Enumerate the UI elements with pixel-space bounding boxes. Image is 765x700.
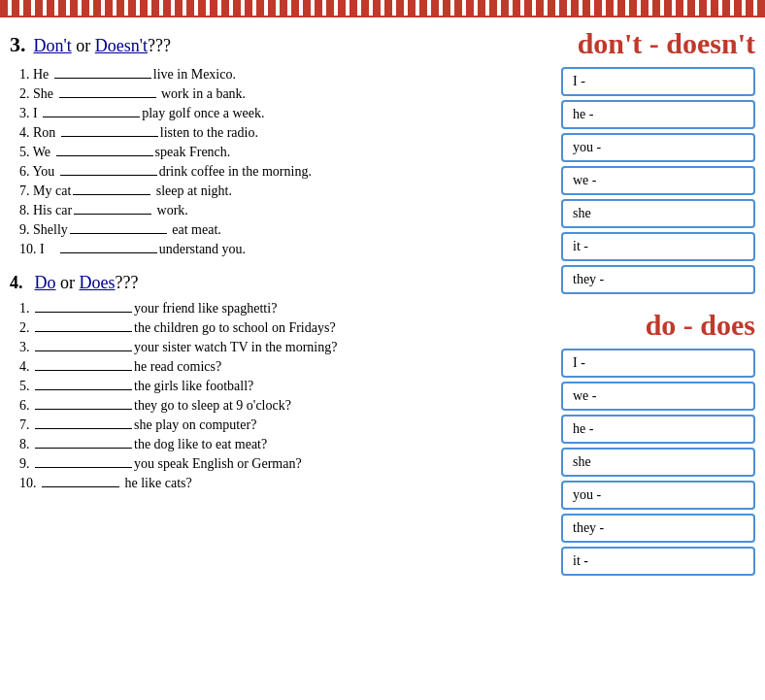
list-item: 3. your sister watch TV in the morning? bbox=[19, 340, 551, 355]
list-item: 2. the children go to school on Fridays? bbox=[19, 320, 551, 336]
section3-number: 3. bbox=[10, 32, 26, 57]
pronoun-box-do-it: it - bbox=[561, 547, 755, 576]
pronoun-box-it: it - bbox=[561, 232, 755, 261]
list-item: 7. My cat sleep at night. bbox=[19, 183, 551, 199]
blank bbox=[42, 486, 119, 487]
right-section: don't - doesn't I - he - you - we - she … bbox=[561, 27, 755, 590]
list-item: 7. she play on computer? bbox=[19, 417, 551, 433]
list-item: 6. You drink coffee in the morning. bbox=[19, 164, 551, 180]
blank bbox=[35, 370, 132, 371]
section4-number: 4. bbox=[10, 273, 23, 293]
blank bbox=[35, 409, 132, 410]
section4-suffix: ??? bbox=[116, 273, 139, 292]
section3-word2: Doesn't bbox=[95, 36, 148, 55]
blank bbox=[35, 467, 132, 468]
list-item: 4. he read comics? bbox=[19, 359, 551, 375]
list-item: 1. He live in Mexico. bbox=[19, 67, 551, 83]
blank bbox=[74, 214, 151, 215]
pronoun-box-we: we - bbox=[561, 166, 755, 195]
pronoun-box-do-I: I - bbox=[561, 349, 755, 378]
section3-list: 1. He live in Mexico. 2. She work in a b… bbox=[19, 67, 551, 257]
blank bbox=[59, 97, 156, 98]
blank bbox=[35, 350, 132, 351]
blank bbox=[60, 252, 157, 253]
pronoun-box-do-we: we - bbox=[561, 382, 755, 411]
section3-header: 3. Don't or Doesn't??? bbox=[10, 32, 551, 57]
pronoun-box-I: I - bbox=[561, 67, 755, 96]
pronoun-box-do-he: he - bbox=[561, 415, 755, 444]
section4-list: 1. your friend like spaghetti? 2. the ch… bbox=[19, 301, 551, 491]
blank bbox=[35, 312, 132, 313]
pronoun-box-they: they - bbox=[561, 265, 755, 294]
blank bbox=[61, 136, 158, 137]
list-item: 10. he like cats? bbox=[19, 476, 551, 491]
dont-doesnt-title: don't - doesn't bbox=[561, 27, 755, 59]
pronoun-box-he: he - bbox=[561, 100, 755, 129]
section4-or: or bbox=[60, 273, 80, 292]
pronoun-box-you: you - bbox=[561, 133, 755, 162]
pronoun-box-do-they: they - bbox=[561, 514, 755, 543]
section4-word1: Do bbox=[35, 273, 56, 292]
blank bbox=[54, 78, 151, 79]
left-section: 3. Don't or Doesn't??? 1. He live in Mex… bbox=[10, 27, 561, 590]
blank bbox=[73, 194, 150, 195]
blank bbox=[60, 175, 157, 176]
section3-title: Don't or Doesn't??? bbox=[34, 36, 171, 56]
list-item: 6. they go to sleep at 9 o'clock? bbox=[19, 398, 551, 414]
blank bbox=[35, 428, 132, 429]
do-does-boxes: I - we - he - she you - they - it - bbox=[561, 349, 755, 576]
dont-doesnt-boxes: I - he - you - we - she it - they - bbox=[561, 67, 755, 294]
list-item: 2. She work in a bank. bbox=[19, 86, 551, 102]
pronoun-box-do-you: you - bbox=[561, 481, 755, 510]
blank bbox=[35, 448, 132, 449]
pronoun-box-do-she: she bbox=[561, 448, 755, 477]
do-does-title: do - does bbox=[561, 309, 755, 341]
blank bbox=[35, 331, 132, 332]
section4-container: 4. Do or Does??? 1. your friend like spa… bbox=[10, 273, 551, 491]
blank bbox=[56, 155, 153, 156]
section4-word2: Does bbox=[80, 273, 116, 292]
list-item: 1. your friend like spaghetti? bbox=[19, 301, 551, 317]
list-item: 4. Ron listen to the radio. bbox=[19, 125, 551, 141]
pronoun-box-she: she bbox=[561, 199, 755, 228]
list-item: 8. the dog like to eat meat? bbox=[19, 437, 551, 452]
section4-header: 4. Do or Does??? bbox=[10, 273, 551, 293]
section3-word1: Don't bbox=[34, 36, 72, 55]
list-item: 10. I understand you. bbox=[19, 242, 551, 257]
top-border bbox=[0, 0, 765, 17]
list-item: 5. We speak French. bbox=[19, 145, 551, 160]
list-item: 8. His car work. bbox=[19, 203, 551, 218]
section4-title: Do or Does??? bbox=[35, 273, 139, 293]
list-item: 9. Shelly eat meat. bbox=[19, 222, 551, 238]
blank bbox=[43, 117, 140, 117]
main-content: 3. Don't or Doesn't??? 1. He live in Mex… bbox=[0, 17, 765, 600]
blank bbox=[70, 233, 167, 234]
list-item: 9. you speak English or German? bbox=[19, 456, 551, 472]
section3-or: or bbox=[76, 36, 95, 55]
list-item: 3. I play golf once a week. bbox=[19, 106, 551, 121]
list-item: 5. the girls like football? bbox=[19, 379, 551, 394]
blank bbox=[35, 389, 132, 390]
section3-suffix: ??? bbox=[148, 36, 171, 55]
